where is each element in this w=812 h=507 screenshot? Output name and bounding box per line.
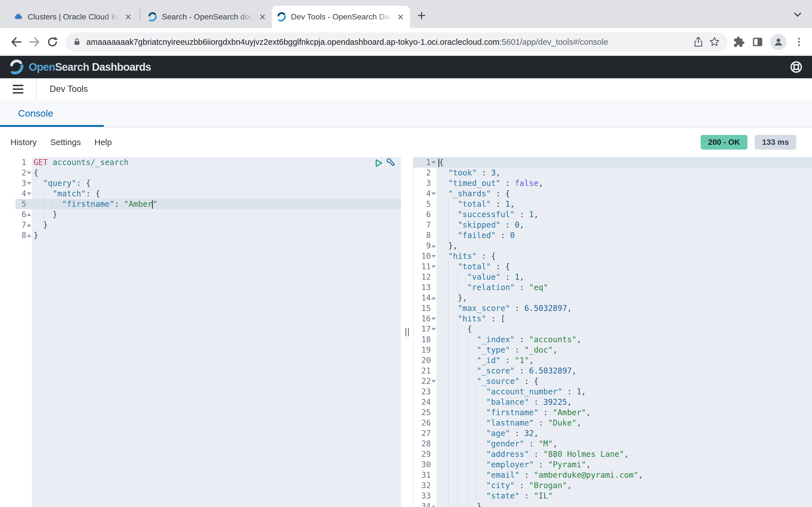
wrench-icon[interactable] (386, 158, 396, 168)
line-number[interactable]: 25 (413, 407, 437, 418)
bookmark-star-icon[interactable] (709, 36, 720, 48)
menu-help[interactable]: Help (94, 137, 112, 147)
close-icon[interactable]: × (396, 11, 405, 22)
code-content[interactable]: }, (437, 240, 812, 251)
browser-tab-search-docs[interactable]: Search - OpenSearch documen × (143, 6, 272, 28)
help-lifebuoy-icon[interactable] (790, 60, 803, 74)
close-icon[interactable]: × (124, 11, 133, 22)
code-content[interactable]: "balance" : 39225, (437, 397, 812, 407)
code-content[interactable]: "_shards" : { (437, 188, 812, 199)
code-content[interactable]: "took" : 3, (437, 168, 812, 178)
line-number[interactable]: 10 (413, 251, 437, 262)
line-number[interactable]: 3 (413, 178, 437, 188)
line-number[interactable]: 14 (413, 293, 437, 303)
code-content[interactable]: { (437, 324, 812, 334)
code-content[interactable]: "relation" : "eq" (437, 282, 812, 293)
drag-handle-icon[interactable] (405, 328, 409, 336)
code-line[interactable]: 8 "failed" : 0 (413, 230, 812, 240)
forward-button[interactable] (26, 33, 43, 51)
code-content[interactable]: "hits" : [ (437, 314, 812, 324)
line-number[interactable]: 28 (413, 439, 437, 449)
fold-toggle-icon[interactable] (431, 192, 437, 195)
line-number[interactable]: 23 (413, 386, 437, 397)
code-line[interactable]: 19 "_type" : "_doc", (413, 345, 812, 355)
tab-console[interactable]: Console (18, 108, 53, 119)
code-line[interactable]: 14 }, (413, 293, 812, 303)
line-number[interactable]: 33 (413, 491, 437, 501)
code-line[interactable]: 32 "city" : "Brogan", (413, 480, 812, 491)
code-line[interactable]: 7 "skipped" : 0, (413, 220, 812, 230)
code-content[interactable]: "firstname": "Amber" (32, 199, 401, 209)
code-line[interactable]: 2{ (15, 168, 401, 178)
code-line[interactable]: 23 "account_number" : 1, (413, 386, 812, 397)
code-line[interactable]: 11 "total" : { (413, 262, 812, 272)
code-line[interactable]: 15 "max_score" : 6.5032897, (413, 303, 812, 314)
line-number[interactable]: 3 (15, 178, 32, 188)
line-number[interactable]: 20 (413, 355, 437, 365)
line-number[interactable]: 22 (413, 376, 437, 386)
menu-settings[interactable]: Settings (50, 137, 81, 147)
fold-toggle-icon[interactable] (431, 318, 437, 320)
code-line[interactable]: 34 } (413, 501, 812, 507)
send-request-play-icon[interactable] (373, 158, 384, 168)
code-content[interactable]: "account_number" : 1, (437, 386, 812, 397)
code-line[interactable]: 25 "firstname" : "Amber", (413, 407, 812, 418)
code-content[interactable]: } (32, 209, 401, 220)
code-line[interactable]: 4 "match": { (15, 188, 401, 199)
code-content[interactable]: "firstname" : "Amber", (437, 407, 812, 418)
fold-toggle-icon[interactable] (26, 234, 32, 237)
line-number[interactable]: 11 (413, 262, 437, 272)
code-line[interactable]: 6 "successful" : 1, (413, 209, 812, 220)
line-number[interactable]: 4 (413, 188, 437, 199)
line-number[interactable]: 15 (413, 303, 437, 314)
code-line[interactable]: 29 "address" : "880 Holmes Lane", (413, 449, 812, 459)
line-number[interactable]: 7 (413, 220, 437, 230)
code-line[interactable]: 1GET accounts/_search (15, 157, 401, 168)
code-content[interactable]: "_id" : "1", (437, 355, 812, 365)
code-line[interactable]: 33 "state" : "IL" (413, 491, 812, 501)
code-content[interactable]: "value" : 1, (437, 272, 812, 282)
fold-toggle-icon[interactable] (431, 265, 437, 268)
fold-toggle-icon[interactable] (431, 380, 437, 383)
menu-hamburger-icon[interactable] (0, 78, 36, 100)
close-icon[interactable]: × (258, 11, 267, 22)
code-content[interactable]: "hits" : { (437, 251, 812, 262)
line-number[interactable]: 8 (15, 230, 32, 240)
reload-button[interactable] (43, 33, 61, 51)
line-number[interactable]: 19 (413, 345, 437, 355)
fold-toggle-icon[interactable] (26, 224, 32, 226)
code-content[interactable]: { (437, 157, 812, 168)
line-number[interactable]: 5 (413, 199, 437, 209)
code-line[interactable]: 28 "gender" : "M", (413, 439, 812, 449)
browser-tab-clusters[interactable]: Clusters | Oracle Cloud Infrastr × (8, 6, 138, 28)
address-bar[interactable]: amaaaaaaak7gbriatcnyireeuzbb6iiorgdxbn4u… (65, 33, 727, 52)
code-content[interactable]: "age" : 32, (437, 428, 812, 439)
line-number[interactable]: 12 (413, 272, 437, 282)
code-line[interactable]: 21 "_score" : 6.5032897, (413, 365, 812, 376)
chevron-down-icon[interactable] (794, 10, 801, 17)
code-content[interactable]: GET accounts/_search (32, 157, 401, 168)
line-number[interactable]: 21 (413, 365, 437, 376)
line-number[interactable]: 8 (413, 230, 437, 240)
code-line[interactable]: 5 "firstname": "Amber" (15, 199, 401, 209)
code-content[interactable]: "address" : "880 Holmes Lane", (437, 449, 812, 459)
code-content[interactable]: } (32, 230, 401, 240)
code-line[interactable]: 26 "lastname" : "Duke", (413, 418, 812, 428)
code-content[interactable]: "email" : "amberduke@pyrami.com", (437, 470, 812, 480)
code-content[interactable]: "employer" : "Pyrami", (437, 459, 812, 470)
line-number[interactable]: 2 (15, 168, 32, 178)
line-number[interactable]: 5 (15, 199, 32, 209)
code-line[interactable]: 2 "took" : 3, (413, 168, 812, 178)
code-line[interactable]: 13 "relation" : "eq" (413, 282, 812, 293)
request-editor[interactable]: 1GET accounts/_search2{3 "query": {4 "ma… (15, 157, 401, 507)
code-line[interactable]: 16 "hits" : [ (413, 314, 812, 324)
line-number[interactable]: 34 (413, 501, 437, 507)
code-line[interactable]: 6 } (15, 209, 401, 220)
fold-toggle-icon[interactable] (431, 255, 437, 258)
fold-toggle-icon[interactable] (26, 182, 32, 185)
fold-toggle-icon[interactable] (431, 328, 437, 331)
line-number[interactable]: 29 (413, 449, 437, 459)
code-content[interactable]: "total" : { (437, 262, 812, 272)
code-line[interactable]: 20 "_id" : "1", (413, 355, 812, 365)
line-number[interactable]: 1 (413, 157, 437, 168)
